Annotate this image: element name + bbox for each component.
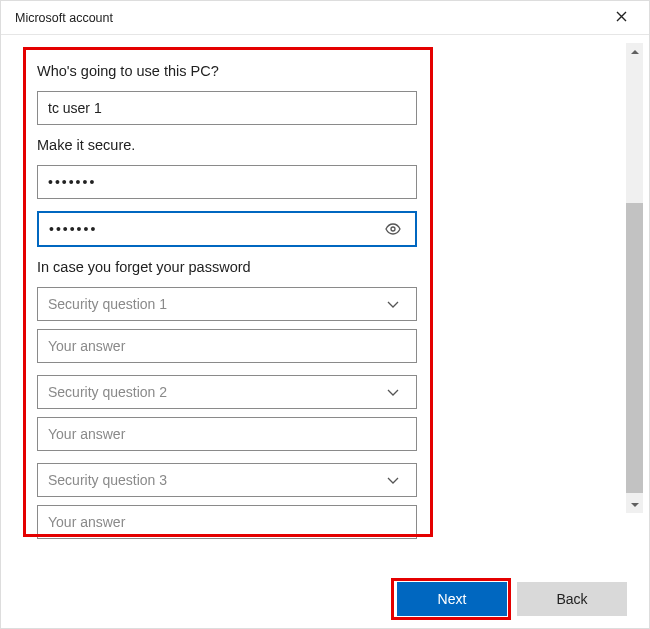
password-input[interactable] bbox=[37, 165, 417, 199]
confirm-password-input[interactable] bbox=[37, 211, 417, 247]
close-icon bbox=[616, 11, 627, 22]
security-questions-label: In case you forget your password bbox=[37, 259, 419, 275]
dialog-window: Microsoft account Who's going to use thi… bbox=[0, 0, 650, 629]
security-question-1-placeholder: Security question 1 bbox=[48, 296, 167, 312]
security-question-1-select[interactable]: Security question 1 bbox=[37, 287, 417, 321]
security-question-2-select[interactable]: Security question 2 bbox=[37, 375, 417, 409]
security-answer-1-input[interactable] bbox=[37, 329, 417, 363]
scroll-up-button[interactable] bbox=[626, 43, 643, 60]
security-question-2-placeholder: Security question 2 bbox=[48, 384, 167, 400]
security-question-3-wrap: Security question 3 bbox=[37, 463, 419, 497]
svg-point-0 bbox=[391, 227, 395, 231]
security-question-1-wrap: Security question 1 bbox=[37, 287, 419, 321]
title-bar: Microsoft account bbox=[1, 1, 649, 35]
caret-up-icon bbox=[631, 49, 639, 55]
next-button[interactable]: Next bbox=[397, 582, 507, 616]
back-button[interactable]: Back bbox=[517, 582, 627, 616]
dialog-body: Who's going to use this PC? Make it secu… bbox=[1, 35, 649, 628]
vertical-scrollbar[interactable] bbox=[626, 43, 643, 513]
confirm-password-field-wrap bbox=[37, 211, 419, 247]
close-button[interactable] bbox=[608, 7, 635, 29]
window-title: Microsoft account bbox=[15, 11, 113, 25]
security-answer-3-input[interactable] bbox=[37, 505, 417, 539]
security-answer-2-input[interactable] bbox=[37, 417, 417, 451]
footer-buttons: Next Back bbox=[397, 582, 627, 616]
username-label: Who's going to use this PC? bbox=[37, 63, 419, 79]
content-area: Who's going to use this PC? Make it secu… bbox=[1, 35, 626, 628]
password-field-wrap bbox=[37, 165, 419, 199]
scroll-down-button[interactable] bbox=[626, 496, 643, 513]
scroll-thumb[interactable] bbox=[626, 203, 643, 493]
password-label: Make it secure. bbox=[37, 137, 419, 153]
caret-down-icon bbox=[631, 502, 639, 508]
security-question-3-select[interactable]: Security question 3 bbox=[37, 463, 417, 497]
form: Who's going to use this PC? Make it secu… bbox=[23, 51, 423, 551]
security-question-2-wrap: Security question 2 bbox=[37, 375, 419, 409]
username-field-wrap bbox=[37, 91, 419, 125]
security-question-3-placeholder: Security question 3 bbox=[48, 472, 167, 488]
eye-icon bbox=[385, 223, 401, 235]
username-input[interactable] bbox=[37, 91, 417, 125]
reveal-password-button[interactable] bbox=[385, 223, 401, 235]
